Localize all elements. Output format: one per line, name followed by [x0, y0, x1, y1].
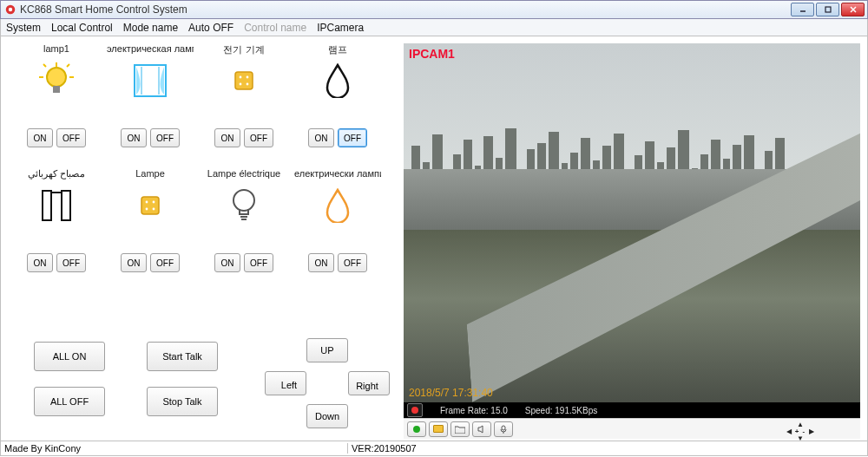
device-6: Lampe: [103, 168, 197, 225]
status-bar: Made By KinCony VER:20190507: [0, 441, 868, 456]
svg-rect-32: [502, 426, 505, 430]
zoom-nav-down-icon[interactable]: ▼: [794, 434, 806, 441]
device-3: 전기 기계: [197, 43, 291, 101]
bulb-lit-icon: [39, 61, 74, 101]
folder-button[interactable]: [450, 421, 470, 437]
device-6-off[interactable]: OFF: [150, 253, 180, 272]
device-3-label: 전기 기계: [223, 43, 264, 57]
svg-rect-7: [53, 86, 60, 93]
zoom-nav-left-icon[interactable]: ◀: [784, 428, 794, 434]
zoom-nav-up-icon[interactable]: ▲: [794, 421, 806, 428]
doorframe-icon: [40, 186, 73, 225]
record-status-icon[interactable]: [407, 403, 423, 417]
device-4-off[interactable]: OFF: [338, 128, 367, 147]
device-7-off[interactable]: OFF: [244, 253, 273, 272]
svg-point-18: [247, 76, 249, 79]
device-4-on[interactable]: ON: [308, 128, 334, 147]
svg-point-26: [153, 201, 155, 204]
camera-info-bar: Frame Rate: 15.0 Speed: 191.5KBps: [404, 402, 860, 418]
made-by: Made By KinCony: [1, 443, 348, 454]
zoom-nav-center[interactable]: + -: [794, 428, 806, 434]
camera-toolbar: ▲ ◀ + - ▶ ▼: [404, 418, 860, 439]
device-2-label: электрическая лампа: [107, 43, 194, 57]
svg-rect-21: [43, 191, 51, 220]
camera-timestamp: 2018/5/7 17:31:40: [409, 387, 493, 399]
menu-bar: System Local Control Mode name Auto OFF …: [0, 19, 868, 36]
lower-controls: ALL ON ALL OFF Start Talk Stop Talk UP L…: [10, 338, 391, 434]
device-1-off[interactable]: OFF: [56, 128, 86, 147]
app-icon: [4, 3, 16, 16]
device-1-on[interactable]: ON: [27, 128, 53, 147]
snapshot-button[interactable]: [429, 421, 448, 437]
menu-system[interactable]: System: [6, 22, 41, 34]
camera-view[interactable]: IPCAM1 2018/5/7 17:31:40: [404, 43, 860, 402]
menu-auto-off[interactable]: Auto OFF: [188, 22, 233, 34]
app-title: KC868 Smart Home Control System: [20, 3, 187, 16]
all-off-button[interactable]: ALL OFF: [34, 387, 105, 416]
svg-rect-16: [235, 72, 253, 89]
menu-mode-name[interactable]: Mode name: [123, 22, 178, 34]
menu-control-name: Control name: [244, 22, 306, 34]
stop-talk-button[interactable]: Stop Talk: [147, 387, 218, 416]
ptz-up-button[interactable]: UP: [306, 338, 348, 362]
window-controls: [791, 3, 865, 16]
svg-point-28: [153, 208, 155, 211]
svg-point-17: [240, 76, 242, 79]
ptz-left-button[interactable]: Left: [265, 371, 306, 395]
svg-point-27: [146, 208, 148, 211]
device-6-label: Lampe: [135, 168, 165, 182]
bulb-outline-icon: [229, 186, 259, 225]
svg-point-1: [9, 8, 12, 11]
ptz-down-button[interactable]: Down: [306, 404, 348, 428]
svg-point-29: [233, 190, 254, 211]
device-grid: lamp1 электрическая лампа 전기 기계 램프: [10, 43, 398, 286]
start-talk-button[interactable]: Start Talk: [147, 342, 218, 371]
device-6-on[interactable]: ON: [121, 253, 147, 272]
frame-rate: Frame Rate: 15.0: [440, 406, 508, 415]
device-7: Lampe électrique: [197, 168, 291, 225]
zoom-nav-right-icon[interactable]: ▶: [806, 428, 817, 434]
device-3-off[interactable]: OFF: [244, 128, 273, 147]
svg-rect-24: [141, 197, 159, 214]
device-2-on[interactable]: ON: [121, 128, 147, 147]
version: VER:20190507: [348, 443, 417, 454]
svg-point-25: [146, 201, 148, 204]
maximize-button[interactable]: [816, 3, 839, 16]
speed: Speed: 191.5KBps: [525, 406, 597, 415]
device-2: электрическая лампа: [103, 43, 197, 101]
all-on-button[interactable]: ALL ON: [34, 342, 105, 371]
mic-button[interactable]: [494, 421, 513, 437]
device-8-label: електрически лампи: [294, 168, 381, 182]
menu-ipcamera[interactable]: IPCamera: [317, 22, 364, 34]
svg-rect-22: [62, 191, 70, 220]
ptz-right-button[interactable]: Right: [348, 371, 390, 395]
curtain-icon: [133, 61, 168, 101]
device-5-label: مصباح كهربائي: [28, 168, 85, 182]
device-2-off[interactable]: OFF: [150, 128, 180, 147]
record-button[interactable]: [407, 421, 426, 437]
square-yellow-icon: [234, 61, 253, 101]
square-yellow-icon: [141, 186, 160, 225]
audio-out-button[interactable]: [472, 421, 491, 437]
device-5: مصباح كهربائي: [10, 168, 103, 225]
minimize-button[interactable]: [791, 3, 814, 16]
menu-local-control[interactable]: Local Control: [51, 22, 113, 34]
device-panel: lamp1 электрическая лампа 전기 기계 램프: [1, 36, 400, 441]
device-7-on[interactable]: ON: [214, 253, 240, 272]
device-8-off[interactable]: OFF: [338, 253, 367, 272]
svg-point-6: [47, 68, 66, 87]
device-5-off[interactable]: OFF: [56, 253, 86, 272]
zoom-nav: ▲ ◀ + - ▶ ▼: [784, 421, 817, 441]
device-8-on[interactable]: ON: [308, 253, 334, 272]
device-3-on[interactable]: ON: [214, 128, 240, 147]
svg-rect-3: [825, 7, 831, 12]
svg-line-12: [67, 64, 69, 67]
title-bar: KC868 Smart Home Control System: [0, 0, 868, 19]
ptz-dpad: UP Left Right Down: [265, 338, 395, 425]
close-button[interactable]: [841, 3, 865, 16]
device-5-on[interactable]: ON: [27, 253, 53, 272]
device-7-label: Lampe électrique: [207, 168, 280, 182]
drop-orange-icon: [325, 186, 351, 225]
device-1-label: lamp1: [43, 43, 69, 57]
device-1: lamp1: [10, 43, 103, 101]
